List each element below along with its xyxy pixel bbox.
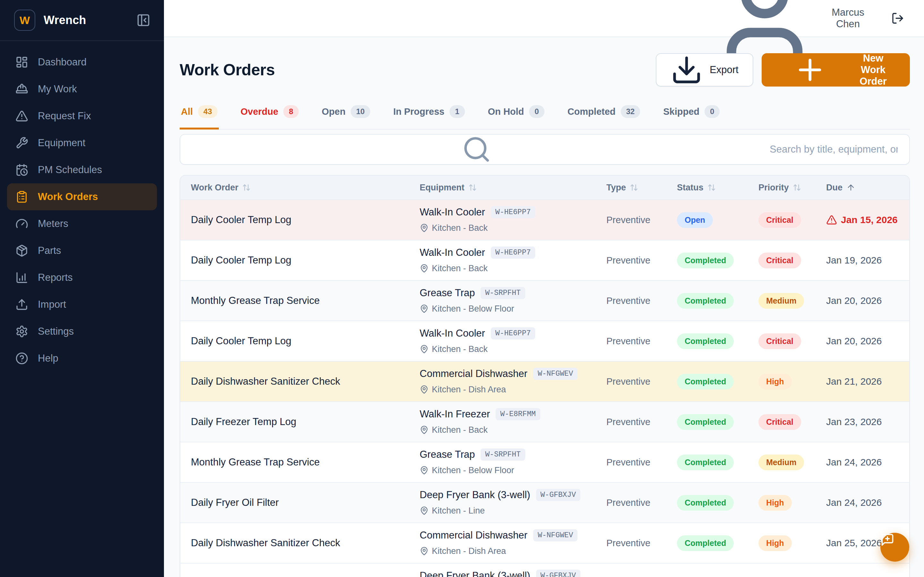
priority-badge: Medium [758,455,804,470]
equipment-cell: Walk-In CoolerW-HE6PP7Kitchen - Back [420,327,606,355]
sidebar-collapse-button[interactable] [136,13,150,27]
location-text: Kitchen - Below Floor [432,304,514,314]
equipment-name: Deep Fryer Bank (3-well) [420,570,530,577]
sidebar-item-label: Reports [38,272,73,284]
tab-all[interactable]: All43 [180,105,219,129]
tab-on-hold[interactable]: On Hold0 [487,105,546,129]
new-work-order-button[interactable]: New Work Order [762,53,910,87]
new-message-fab[interactable] [880,533,909,562]
priority-badge: Critical [758,334,801,349]
sidebar-item-equipment[interactable]: Equipment [7,129,157,156]
priority-cell: High [758,374,826,390]
sidebar-item-label: Request Fix [38,110,91,122]
status-cell: Completed [677,495,758,511]
equipment-code-badge: W-NFGWEV [533,367,577,380]
sidebar-item-settings[interactable]: Settings [7,318,157,345]
column-header-work-order[interactable]: Work Order [180,183,420,193]
sort-asc-icon [846,183,855,192]
sidebar-item-reports[interactable]: Reports [7,264,157,291]
map-pin-icon [420,304,429,313]
work-order-row[interactable]: Daily Freezer Temp LogWalk-In FreezerW-E… [180,401,909,442]
work-order-row[interactable]: Daily Cooler Temp LogWalk-In CoolerW-HE6… [180,240,909,280]
priority-badge: High [758,495,792,511]
equipment-cell: Walk-In CoolerW-HE6PP7Kitchen - Back [420,247,606,274]
sidebar-item-import[interactable]: Import [7,291,157,318]
column-header-status[interactable]: Status [677,183,758,193]
priority-badge: High [758,374,792,390]
sidebar-item-request-fix[interactable]: Request Fix [7,103,157,129]
tab-label: On Hold [488,106,524,117]
location-text: Kitchen - Dish Area [432,546,506,556]
logout-button[interactable] [891,12,904,25]
table-header-row: Work OrderEquipmentTypeStatusPriorityDue [180,176,909,199]
tab-open[interactable]: Open10 [320,105,372,129]
sort-both-icon [793,183,801,192]
clipboard-list-icon [15,190,28,203]
work-order-row[interactable]: Daily Dishwasher Sanitizer CheckCommerci… [180,361,909,401]
search-input[interactable] [770,143,898,155]
equipment-location: Kitchen - Back [420,424,606,436]
sidebar-item-pm-schedules[interactable]: PM Schedules [7,156,157,183]
sidebar-item-meters[interactable]: Meters [7,210,157,237]
equipment-cell: Deep Fryer Bank (3-well)W-GFBXJVKitchen … [420,489,606,516]
sidebar-item-label: Dashboard [38,56,87,68]
export-button[interactable]: Export [656,53,753,87]
equipment-location: Kitchen - Below Floor [420,303,606,314]
sidebar-item-help[interactable]: Help [7,345,157,372]
equipment-name: Grease Trap [420,449,475,460]
work-order-row[interactable]: Daily Dishwasher Sanitizer CheckCommerci… [180,522,909,563]
sidebar-item-work-orders[interactable]: Work Orders [7,183,157,210]
due-date-text: Jan 24, 2026 [826,497,882,508]
work-order-row[interactable]: Daily Cooler Temp LogWalk-In CoolerW-HE6… [180,321,909,361]
column-header-due[interactable]: Due [826,183,909,193]
priority-cell: Critical [758,253,826,268]
page-actions: Export New Work Order [656,53,910,87]
tab-in-progress[interactable]: In Progress1 [392,105,466,129]
calendar-clock-icon [15,163,28,176]
status-cell: Completed [677,535,758,551]
equipment-cell: Commercial DishwasherW-NFGWEVKitchen - D… [420,367,606,395]
column-label: Status [677,183,704,193]
work-order-row[interactable]: Daily Fryer Oil FilterDeep Fryer Bank (3… [180,482,909,522]
work-order-row[interactable]: Daily Cooler Temp LogWalk-In CoolerW-HE6… [180,199,909,240]
sidebar-item-parts[interactable]: Parts [7,237,157,264]
due-date-text: Jan 15, 2026 [841,214,898,226]
equipment-cell: Grease TrapW-SRPFHTKitchen - Below Floor [420,287,606,314]
user-name: Marcus Chen [827,7,869,30]
equipment-location: Kitchen - Dish Area [420,384,606,395]
column-header-priority[interactable]: Priority [758,183,826,193]
help-circle-icon [15,352,28,365]
tab-skipped[interactable]: Skipped0 [662,105,721,129]
equipment-name: Deep Fryer Bank (3-well) [420,489,530,501]
equipment-cell: Deep Fryer Bank (3-well)W-GFBXJV [420,570,606,577]
sidebar-item-dashboard[interactable]: Dashboard [7,49,157,76]
priority-cell: High [758,535,826,551]
location-text: Kitchen - Back [432,223,488,233]
tab-overdue[interactable]: Overdue8 [239,105,300,129]
equipment-code-badge: W-SRPFHT [481,448,525,461]
column-label: Work Order [191,183,238,193]
status-badge: Completed [677,535,734,551]
location-text: Kitchen - Below Floor [432,466,514,475]
tab-completed[interactable]: Completed32 [566,105,642,129]
search-bar [180,134,910,165]
work-order-row[interactable]: Monthly Grease Trap ServiceGrease TrapW-… [180,280,909,321]
equipment-code-badge: W-HE6PP7 [491,247,535,259]
work-order-title: Daily Fryer Oil Filter [180,497,420,508]
column-header-equipment[interactable]: Equipment [420,183,606,193]
due-date-text: Jan 20, 2026 [826,295,882,306]
sidebar-item-my-work[interactable]: My Work [7,76,157,103]
tab-label: In Progress [393,106,445,117]
priority-badge: Critical [758,253,801,268]
column-header-type[interactable]: Type [606,183,677,193]
search-icon [192,135,761,164]
status-badge: Open [677,212,713,228]
topbar: Marcus Chen [164,0,924,37]
work-order-row[interactable]: Monthly Grease Trap ServiceGrease TrapW-… [180,442,909,482]
panel-collapse-icon [136,13,150,27]
sort-both-icon [708,183,716,192]
column-label: Due [826,183,843,193]
dashboard-icon [15,56,28,69]
equipment-name: Walk-In Freezer [420,408,490,420]
work-order-row[interactable]: Deep Fryer Bank (3-well)W-GFBXJV [180,563,909,577]
